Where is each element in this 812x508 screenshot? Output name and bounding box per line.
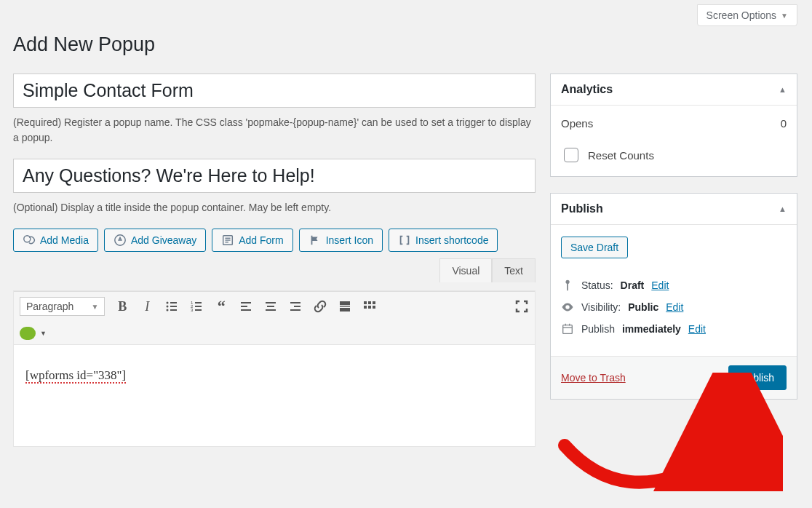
svg-rect-30 xyxy=(364,301,367,304)
gift-icon xyxy=(114,234,127,247)
publish-title: Publish xyxy=(561,202,603,215)
status-label: Status: xyxy=(581,279,613,291)
publish-value: immediately xyxy=(622,323,681,335)
eye-icon xyxy=(561,301,574,314)
svg-rect-36 xyxy=(563,325,573,334)
status-line: Status: Draft Edit xyxy=(561,279,787,292)
status-edit-link[interactable]: Edit xyxy=(651,279,669,291)
publish-time-edit-link[interactable]: Edit xyxy=(688,323,706,335)
media-buttons-row: Add Media Add Giveaway Add Form xyxy=(13,229,536,252)
analytics-header[interactable]: Analytics ▲ xyxy=(551,74,797,106)
align-center-button[interactable] xyxy=(263,296,278,317)
popup-title-input[interactable] xyxy=(13,159,536,193)
add-giveaway-button[interactable]: Add Giveaway xyxy=(104,229,206,252)
visibility-edit-link[interactable]: Edit xyxy=(666,301,683,313)
status-value: Draft xyxy=(621,279,645,291)
align-left-button[interactable] xyxy=(239,296,253,317)
svg-rect-31 xyxy=(368,301,371,304)
tab-text[interactable]: Text xyxy=(492,258,536,282)
analytics-opens-row: Opens 0 xyxy=(561,117,787,130)
reset-counts-checkbox[interactable] xyxy=(564,148,578,162)
read-more-button[interactable] xyxy=(338,296,352,317)
move-to-trash-link[interactable]: Move to Trash xyxy=(561,372,626,384)
calendar-icon xyxy=(561,322,574,336)
editor-box: Paragraph ▼ B I 123 “ xyxy=(13,290,536,447)
toolbar-toggle-button[interactable] xyxy=(362,296,377,317)
publish-panel: Publish ▲ Save Draft Status: Draft Edit xyxy=(550,193,797,400)
caret-down-icon: ▼ xyxy=(781,12,788,20)
numbered-list-button[interactable]: 123 xyxy=(189,296,204,317)
svg-rect-25 xyxy=(294,306,300,307)
insert-icon-label: Insert Icon xyxy=(326,234,373,246)
editor-content-text: [wpforms id="338"] xyxy=(25,368,126,384)
bold-button[interactable]: B xyxy=(115,296,130,317)
save-draft-button[interactable]: Save Draft xyxy=(561,237,628,258)
caret-down-icon: ▼ xyxy=(40,330,47,337)
sidebar-column: Analytics ▲ Opens 0 Reset Counts Pub xyxy=(550,74,797,447)
page-title: Add New Popup xyxy=(13,33,797,56)
svg-point-10 xyxy=(167,309,169,311)
format-dropdown[interactable]: Paragraph ▼ xyxy=(20,297,105,316)
insert-icon-button[interactable]: Insert Icon xyxy=(299,229,383,252)
svg-rect-17 xyxy=(195,309,202,311)
collapse-icon[interactable]: ▲ xyxy=(779,85,787,94)
svg-rect-9 xyxy=(170,306,177,307)
insert-shortcode-button[interactable]: Insert shortcode xyxy=(389,229,498,252)
analytics-title: Analytics xyxy=(561,83,613,96)
flag-icon xyxy=(309,234,322,247)
add-giveaway-label: Add Giveaway xyxy=(131,234,196,246)
svg-rect-34 xyxy=(368,306,371,309)
popup-title-helper: (Optional) Display a title inside the po… xyxy=(13,200,536,215)
svg-rect-19 xyxy=(241,306,247,307)
add-media-button[interactable]: Add Media xyxy=(13,229,98,252)
svg-rect-13 xyxy=(195,302,202,303)
screen-options-row: Screen Options ▼ xyxy=(13,0,797,26)
main-column: (Required) Register a popup name. The CS… xyxy=(13,74,536,447)
svg-rect-28 xyxy=(340,306,350,307)
brackets-icon xyxy=(398,234,411,247)
pin-icon xyxy=(561,279,574,292)
link-button[interactable] xyxy=(313,296,327,317)
tab-visual[interactable]: Visual xyxy=(439,258,492,282)
insert-shortcode-label: Insert shortcode xyxy=(415,234,488,246)
screen-options-button[interactable]: Screen Options ▼ xyxy=(697,4,797,26)
bullet-list-button[interactable] xyxy=(164,296,179,317)
editor-tabs: Visual Text xyxy=(13,258,536,282)
opens-label: Opens xyxy=(561,117,593,130)
editor-toolbar: Paragraph ▼ B I 123 “ xyxy=(14,291,535,344)
publish-button[interactable]: Publish xyxy=(728,365,787,390)
publish-header[interactable]: Publish ▲ xyxy=(551,194,797,225)
blockquote-button[interactable]: “ xyxy=(214,296,228,317)
plugin-icon[interactable] xyxy=(20,327,36,340)
opens-value: 0 xyxy=(781,117,787,130)
svg-point-6 xyxy=(167,302,169,304)
reset-counts-row[interactable]: Reset Counts xyxy=(561,146,787,164)
media-icon xyxy=(23,234,36,247)
svg-point-8 xyxy=(167,306,169,308)
svg-point-0 xyxy=(24,236,31,242)
svg-rect-7 xyxy=(170,302,177,303)
italic-button[interactable]: I xyxy=(140,296,154,317)
svg-rect-35 xyxy=(373,306,375,309)
svg-rect-22 xyxy=(267,306,274,307)
add-form-button[interactable]: Add Form xyxy=(212,229,292,252)
svg-rect-15 xyxy=(195,306,202,307)
collapse-icon[interactable]: ▲ xyxy=(779,205,787,213)
add-media-label: Add Media xyxy=(40,234,89,246)
form-icon xyxy=(221,234,234,247)
publish-label: Publish xyxy=(581,323,615,335)
publish-footer: Move to Trash Publish xyxy=(551,356,797,399)
svg-rect-26 xyxy=(290,309,300,311)
svg-rect-29 xyxy=(340,308,350,311)
analytics-panel: Analytics ▲ Opens 0 Reset Counts xyxy=(550,74,797,177)
editor-content[interactable]: [wpforms id="338"] xyxy=(14,344,535,446)
svg-rect-32 xyxy=(373,301,375,304)
caret-down-icon: ▼ xyxy=(91,303,98,311)
svg-text:3: 3 xyxy=(191,308,194,312)
popup-name-helper: (Required) Register a popup name. The CS… xyxy=(13,115,536,146)
align-right-button[interactable] xyxy=(288,296,303,317)
fullscreen-button[interactable] xyxy=(514,296,529,317)
svg-rect-21 xyxy=(266,302,276,303)
publish-time-line: Publish immediately Edit xyxy=(561,322,787,336)
popup-name-input[interactable] xyxy=(13,74,536,108)
